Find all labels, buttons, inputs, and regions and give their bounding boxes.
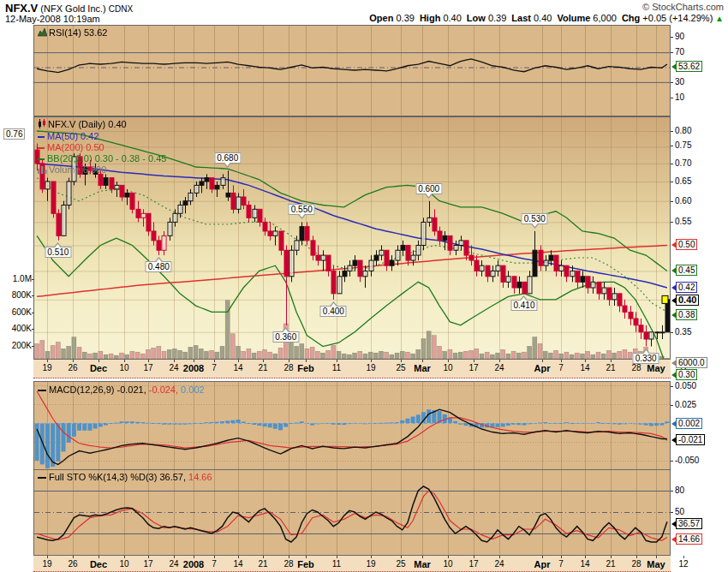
- x-axis-label: 28: [283, 363, 293, 372]
- quote-field-value: 6,000: [590, 13, 617, 23]
- x-axis-tick: [636, 556, 637, 558]
- y-axis-tick: [671, 405, 673, 406]
- quote-field-label: Chg: [622, 13, 640, 23]
- price-annotation: 0.410: [510, 300, 537, 311]
- y-axis-tick: [671, 182, 673, 182]
- y-axis-tick: [32, 295, 34, 296]
- callout-arrow-icon: [671, 360, 677, 366]
- quote-field-label: Last: [511, 13, 531, 23]
- y-axis-tick: [671, 461, 673, 462]
- x-axis-tick: [656, 556, 657, 558]
- x-axis-tick: [174, 556, 175, 558]
- y-axis-tick: [671, 37, 673, 38]
- callout-arrow-icon: [671, 437, 677, 444]
- x-axis-label: 26: [68, 559, 77, 569]
- y-axis-label: 0.35: [675, 327, 691, 337]
- macd-signal-value: -0.024,: [149, 384, 178, 395]
- x-axis-tick: [289, 556, 289, 558]
- y-axis-tick: [32, 346, 34, 347]
- ma200-legend: MA(200) 0.50: [47, 142, 104, 152]
- rsi-plot: [34, 26, 670, 116]
- sto-line-swatch: [38, 477, 46, 479]
- x-axis-label: 28: [283, 559, 293, 569]
- x-axis-tick: [474, 360, 474, 362]
- exchange-label: CDNX: [109, 4, 133, 14]
- y-axis-tick: [671, 332, 673, 333]
- volume-legend: Volume 6,000: [49, 164, 106, 175]
- x-axis-label: 25: [396, 363, 405, 372]
- x-axis-tick: [238, 360, 239, 362]
- y-axis-tick: [671, 201, 673, 202]
- callout-arrow-icon: [671, 284, 677, 291]
- x-axis-tick: [401, 360, 402, 362]
- y-axis-label: -0.050: [675, 456, 699, 465]
- quote-field-value: 0.39: [486, 13, 506, 23]
- ticker-symbol: NFX.V: [5, 2, 38, 15]
- sto-legend-name: Full STO %K(14,3) %D(3): [49, 472, 157, 482]
- y-axis-label: 0.050: [675, 381, 696, 390]
- rsi-legend-label: RSI(14) 53.62: [49, 27, 107, 38]
- x-axis-tick: [337, 360, 337, 362]
- x-axis-tick: [124, 556, 125, 558]
- volume-bars-icon: [38, 165, 47, 176]
- rsi-panel: [33, 25, 671, 116]
- x-axis-tick: [73, 556, 74, 558]
- quote-field-label: Low: [467, 13, 486, 23]
- callout-arrow-icon: [671, 297, 677, 304]
- x-axis-label: 10: [119, 363, 128, 372]
- x-axis-tick: [611, 556, 612, 558]
- axis-value-callout: 53.62: [676, 61, 702, 72]
- x-axis-tick: [124, 360, 125, 362]
- x-axis-label: Mar: [414, 363, 431, 373]
- quote-field-value: +0.05 (+14.29%): [640, 13, 713, 23]
- y-axis-label: 10: [675, 92, 684, 102]
- x-axis-tick: [585, 360, 586, 362]
- y-axis-label: 200K: [2, 341, 32, 350]
- price-legend: NFX.V (Daily) 0.40 MA(50) 0.42 MA(200) 0…: [38, 119, 166, 176]
- x-axis-label: 10: [119, 559, 128, 569]
- x-axis-label: 19: [42, 363, 51, 372]
- x-axis-label: 17: [468, 559, 478, 569]
- x-axis-tick: [542, 556, 543, 558]
- axis-value-callout: 0.42: [676, 282, 697, 293]
- x-axis-tick: [542, 360, 543, 362]
- x-axis-label: 21: [258, 559, 267, 569]
- x-axis-label: 17: [468, 363, 478, 372]
- x-axis-label: 17: [143, 559, 152, 569]
- price-annotation: 0.360: [272, 331, 299, 343]
- callout-arrow-icon: [671, 241, 677, 248]
- x-axis-label: 24: [494, 363, 504, 372]
- x-axis-label: May: [647, 363, 665, 373]
- x-axis-label: 19: [42, 559, 51, 569]
- y-axis-label: 70: [675, 47, 684, 57]
- axis-value-callout: 0.40: [676, 295, 699, 306]
- y-axis-label: 600K: [2, 307, 32, 317]
- x-axis-tick: [306, 360, 307, 362]
- x-axis-tick: [422, 556, 423, 558]
- y-axis-tick: [671, 52, 673, 53]
- axis-value-callout: 36.57: [676, 518, 702, 529]
- y-axis-label: 0.75: [675, 140, 691, 150]
- company-name: (NFX Gold Inc.): [40, 3, 105, 14]
- y-axis-tick: [671, 386, 673, 387]
- axis-value-callout: 14.66: [676, 533, 702, 545]
- x-axis-label: 21: [606, 559, 615, 569]
- axis-value-callout: 0.45: [676, 265, 697, 276]
- x-axis-tick: [47, 360, 48, 362]
- x-axis-tick: [214, 360, 215, 362]
- quote-field-value: 0.40: [440, 13, 461, 23]
- y-axis-label: 800K: [2, 290, 32, 300]
- x-axis-tick: [263, 556, 264, 558]
- y-axis-tick: [32, 329, 34, 330]
- macd-legend: MACD(12,26,9) -0.021, -0.024, 0.002: [38, 384, 205, 396]
- x-axis-label: 11: [332, 363, 341, 372]
- quote-line: Open 0.39High 0.40Low 0.39Last 0.40Volum…: [364, 13, 724, 23]
- quote-field-value: 0.40: [531, 13, 552, 23]
- chart-datetime: 12-May-2008 10:19am: [5, 14, 100, 24]
- y-axis-label: 30: [675, 77, 684, 86]
- y-axis-tick: [671, 98, 673, 98]
- x-axis-tick: [337, 556, 337, 558]
- bb-swatch: [38, 158, 45, 160]
- x-axis-tick: [73, 360, 74, 362]
- x-axis-label: 2008: [183, 559, 204, 569]
